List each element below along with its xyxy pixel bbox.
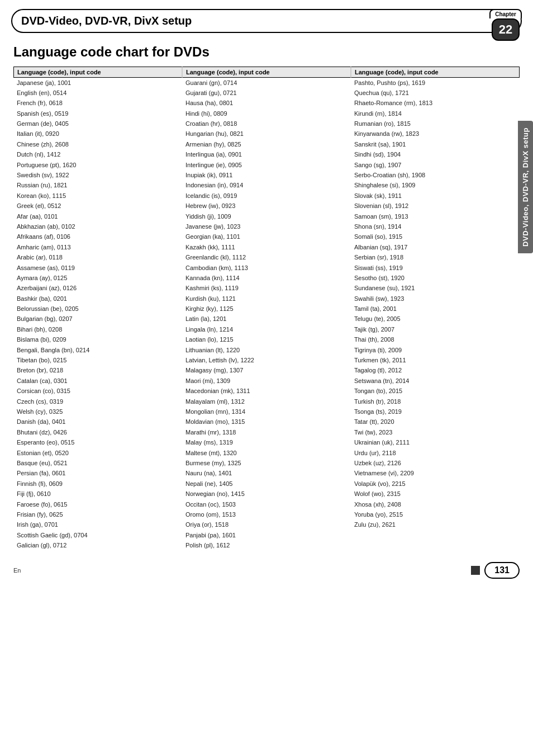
list-item: Setswana (tn), 2014 [351, 376, 520, 386]
side-label: DVD-Video, DVD-VR, DivX setup [518, 121, 533, 253]
list-item: Pashto, Pushto (ps), 1619 [351, 78, 520, 88]
list-item: Nepali (ne), 1405 [182, 479, 351, 489]
list-item: Catalan (ca), 0301 [13, 376, 182, 386]
list-item: Fiji (fj), 0610 [13, 489, 182, 499]
list-item: Russian (ru), 1821 [13, 181, 182, 191]
list-item: Greenlandic (kl), 1112 [182, 253, 351, 263]
col-3-header: Language (code), input code [351, 67, 520, 78]
list-item: Kirghiz (ky), 1125 [182, 304, 351, 314]
list-item: Slovenian (sl), 1912 [351, 201, 520, 211]
list-item: Frisian (fy), 0625 [13, 509, 182, 519]
list-item: Afrikaans (af), 0106 [13, 232, 182, 242]
list-item: Sango (sg), 1907 [351, 160, 520, 170]
chapter-badge: Chapter 22 [489, 9, 522, 41]
list-item: Irish (ga), 0701 [13, 520, 182, 530]
section-title: Language code chart for DVDs [13, 44, 520, 60]
list-item: Lithuanian (lt), 1220 [182, 345, 351, 355]
list-item: Maori (mi), 1309 [182, 376, 351, 386]
list-item: Turkmen (tk), 2011 [351, 356, 520, 366]
list-item: Mongolian (mn), 1314 [182, 407, 351, 417]
list-item: Tsonga (ts), 2019 [351, 407, 520, 417]
list-item: Sanskrit (sa), 1901 [351, 139, 520, 149]
list-item: Interlingue (ie), 0905 [182, 160, 351, 170]
page-wrapper: DVD-Video, DVD-VR, DivX setup Chapter 22… [0, 9, 533, 579]
list-item: Norwegian (no), 1415 [182, 489, 351, 499]
list-item: Tatar (tt), 2020 [351, 417, 520, 427]
list-item: Samoan (sm), 1913 [351, 211, 520, 221]
stop-icon [471, 566, 480, 575]
list-item: Thai (th), 2008 [351, 335, 520, 345]
list-item: Guarani (gn), 0714 [182, 78, 351, 88]
list-item: Kazakh (kk), 1111 [182, 242, 351, 252]
list-item: Swahili (sw), 1923 [351, 294, 520, 304]
list-item: Belorussian (be), 0205 [13, 304, 182, 314]
list-item: Chinese (zh), 2608 [13, 139, 182, 149]
list-item: Burmese (my), 1325 [182, 458, 351, 468]
list-item: Kashmiri (ks), 1119 [182, 284, 351, 294]
list-item: Hindi (hi), 0809 [182, 108, 351, 119]
list-item: Corsican (co), 0315 [13, 386, 182, 396]
list-item: Spanish (es), 0519 [13, 108, 182, 119]
list-item: Shinghalese (si), 1909 [351, 181, 520, 191]
list-item: Turkish (tr), 2018 [351, 396, 520, 407]
list-item: Siswati (ss), 1919 [351, 263, 520, 273]
col-2-header: Language (code), input code [182, 67, 351, 78]
list-item: Moldavian (mo), 1315 [182, 417, 351, 427]
list-item: Kurdish (ku), 1121 [182, 294, 351, 304]
list-item: Quechua (qu), 1721 [351, 88, 520, 98]
list-item: Serbo-Croatian (sh), 1908 [351, 171, 520, 181]
list-item: Yoruba (yo), 2515 [351, 509, 520, 519]
list-item: Volapük (vo), 2215 [351, 479, 520, 489]
list-item: Croatian (hr), 0818 [182, 119, 351, 129]
list-item: Icelandic (is), 0919 [182, 191, 351, 201]
list-item: Azerbaijani (az), 0126 [13, 284, 182, 294]
list-item: Bislama (bi), 0209 [13, 335, 182, 345]
list-item: Sindhi (sd), 1904 [351, 150, 520, 160]
list-item: Slovak (sk), 1911 [351, 191, 520, 201]
list-item: Malagasy (mg), 1307 [182, 366, 351, 376]
col-2: Language (code), input codeGuarani (gn),… [182, 67, 351, 551]
list-item: Ukrainian (uk), 2111 [351, 438, 520, 448]
list-item: Malay (ms), 1319 [182, 438, 351, 448]
col-1-header: Language (code), input code [13, 67, 182, 78]
list-item: Finnish (fi), 0609 [13, 479, 182, 489]
list-item: Hausa (ha), 0801 [182, 98, 351, 108]
list-item: Lingala (ln), 1214 [182, 324, 351, 334]
list-item: Amharic (am), 0113 [13, 242, 182, 252]
list-item: Galician (gl), 0712 [13, 541, 182, 551]
list-item [351, 532, 520, 533]
list-item: Tibetan (bo), 0215 [13, 356, 182, 366]
list-item: Hebrew (iw), 0923 [182, 201, 351, 211]
list-item: Arabic (ar), 0118 [13, 253, 182, 263]
list-item: Tajik (tg), 2007 [351, 324, 520, 334]
list-item: English (en), 0514 [13, 88, 182, 98]
list-item: Esperanto (eo), 0515 [13, 438, 182, 448]
list-item: Tongan (to), 2015 [351, 386, 520, 396]
page-number: 131 [484, 562, 520, 579]
list-item: Laotian (lo), 1215 [182, 335, 351, 345]
list-item: Macedonian (mk), 1311 [182, 386, 351, 396]
list-item: Italian (it), 0920 [13, 129, 182, 139]
list-item: Bulgarian (bg), 0207 [13, 314, 182, 324]
list-item: Panjabi (pa), 1601 [182, 530, 351, 540]
header-bar: DVD-Video, DVD-VR, DivX setup Chapter 22 [11, 9, 522, 33]
chapter-label: Chapter [489, 9, 522, 18]
list-item: Persian (fa), 0601 [13, 469, 182, 479]
list-item: Javanese (jw), 1023 [182, 221, 351, 231]
list-item: Vietnamese (vi), 2209 [351, 469, 520, 479]
list-item: Faroese (fo), 0615 [13, 499, 182, 509]
list-item: Albanian (sq), 1917 [351, 242, 520, 252]
list-item: Afar (aa), 0101 [13, 211, 182, 221]
list-item: Aymara (ay), 0125 [13, 273, 182, 283]
list-item: Uzbek (uz), 2126 [351, 458, 520, 468]
list-item: Interlingua (ia), 0901 [182, 150, 351, 160]
list-item: Cambodian (km), 1113 [182, 263, 351, 273]
list-item: Czech (cs), 0319 [13, 396, 182, 407]
list-item: German (de), 0405 [13, 119, 182, 129]
list-item: Malayalam (ml), 1312 [182, 396, 351, 407]
list-item: Danish (da), 0401 [13, 417, 182, 427]
list-item: Sesotho (st), 1920 [351, 273, 520, 283]
list-item: Inupiak (ik), 0911 [182, 171, 351, 181]
list-item: Welsh (cy), 0325 [13, 407, 182, 417]
list-item: Oriya (or), 1518 [182, 520, 351, 530]
